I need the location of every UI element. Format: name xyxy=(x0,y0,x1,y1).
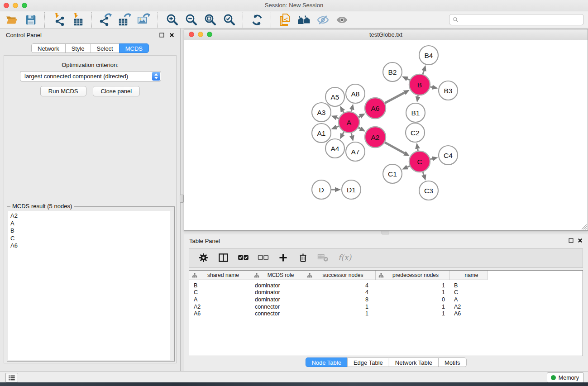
edge-A-A2[interactable] xyxy=(359,128,360,129)
column-header-name[interactable]: name xyxy=(449,271,488,280)
edge-B-B3[interactable] xyxy=(430,87,432,87)
tab-network[interactable]: Network xyxy=(31,43,66,53)
graph-node-C[interactable]: C xyxy=(409,151,430,172)
table-cell[interactable]: dominator xyxy=(251,296,304,303)
graph-node-A1[interactable]: A1 xyxy=(312,124,331,143)
edge-A-A8[interactable] xyxy=(351,110,352,111)
run-mcds-button[interactable]: Run MCDS xyxy=(40,86,86,96)
window-resize-grip[interactable] xyxy=(580,223,587,230)
table-row[interactable]: Adominator80A xyxy=(189,296,583,303)
table-cell[interactable]: connector xyxy=(251,304,304,310)
close-panel-icon[interactable] xyxy=(169,32,175,38)
graph-node-C2[interactable]: C2 xyxy=(406,123,425,142)
table-cell[interactable]: A2 xyxy=(449,304,488,310)
graph-node-C1[interactable]: C1 xyxy=(383,164,402,183)
zoom-selected-button[interactable] xyxy=(221,13,237,27)
graph-node-A3[interactable]: A3 xyxy=(312,103,331,122)
tab-network-table[interactable]: Network Table xyxy=(389,357,439,367)
column-header-shared-name[interactable]: shared name xyxy=(189,271,251,280)
table-cell[interactable]: 4 xyxy=(304,289,376,295)
select-all-columns-button[interactable] xyxy=(237,253,249,264)
float-panel-icon[interactable] xyxy=(159,32,165,38)
graph-node-A6[interactable]: A6 xyxy=(365,98,386,119)
table-float-panel-icon[interactable] xyxy=(568,238,574,243)
result-list-item[interactable]: A2 xyxy=(8,211,173,220)
memory-button[interactable]: Memory xyxy=(547,372,584,383)
result-list-item[interactable]: A xyxy=(8,220,173,228)
edge-C-C2[interactable] xyxy=(418,149,418,151)
edge-A-A5[interactable] xyxy=(343,111,344,113)
result-list-item[interactable]: B xyxy=(8,227,173,235)
mcds-result-list[interactable]: A2ABCA6 xyxy=(8,211,173,360)
table-settings-button[interactable] xyxy=(197,253,209,264)
edge-C-C4[interactable] xyxy=(430,159,432,159)
table-row[interactable]: A6connector11A6 xyxy=(189,310,583,317)
table-close-panel-icon[interactable] xyxy=(577,238,583,243)
tab-style[interactable]: Style xyxy=(65,43,91,53)
delete-columns-button[interactable] xyxy=(297,253,309,264)
show-all-button[interactable] xyxy=(334,13,350,27)
graph-node-A8[interactable]: A8 xyxy=(346,84,365,103)
table-cell[interactable]: dominator xyxy=(251,282,304,289)
graph-node-B1[interactable]: B1 xyxy=(406,103,425,122)
edge-A-A1[interactable] xyxy=(337,126,339,127)
edge-B-B2[interactable] xyxy=(407,79,410,80)
table-cell[interactable]: 1 xyxy=(304,310,376,317)
tab-motifs[interactable]: Motifs xyxy=(438,357,467,367)
table-cell[interactable]: B xyxy=(189,282,251,289)
table-cell[interactable]: dominator xyxy=(251,289,304,295)
table-row[interactable]: A2connector11A2 xyxy=(189,303,583,310)
task-history-button[interactable] xyxy=(5,373,18,382)
hide-selected-button[interactable] xyxy=(315,13,331,27)
edge-A2-C[interactable] xyxy=(385,143,405,153)
zoom-fit-button[interactable] xyxy=(202,13,218,27)
table-cell[interactable]: 0 xyxy=(376,296,449,303)
table-cell[interactable]: 4 xyxy=(304,282,376,289)
edge-C-C3[interactable] xyxy=(423,172,424,175)
graph-node-A2[interactable]: A2 xyxy=(365,127,386,148)
split-panel-button[interactable] xyxy=(217,253,229,264)
tab-node-table[interactable]: Node Table xyxy=(305,357,348,367)
table-cell[interactable]: A6 xyxy=(449,310,488,317)
zoom-in-button[interactable] xyxy=(164,13,180,27)
edge-A-A6[interactable] xyxy=(359,116,360,117)
open-session-button[interactable] xyxy=(4,13,20,27)
edge-B-B4[interactable] xyxy=(423,71,424,74)
criterion-select[interactable]: largest connected component (directed) xyxy=(20,71,161,81)
search-input[interactable] xyxy=(460,15,583,24)
table-cell[interactable]: B xyxy=(449,282,488,289)
graph-node-A7[interactable]: A7 xyxy=(346,142,365,161)
save-session-button[interactable] xyxy=(23,13,39,27)
edge-A-A7[interactable] xyxy=(351,133,352,135)
import-network-button[interactable] xyxy=(51,13,67,27)
export-table-button[interactable] xyxy=(117,13,133,27)
search-box[interactable] xyxy=(449,14,584,25)
network-window-titlebar[interactable]: testGlobe.txt xyxy=(184,29,588,40)
table-cell[interactable]: 1 xyxy=(376,282,449,289)
graph-node-D1[interactable]: D1 xyxy=(342,180,361,199)
table-row[interactable]: Bdominator41B xyxy=(189,282,583,289)
column-header-predecessor-nodes[interactable]: predecessor nodes xyxy=(376,271,449,280)
graph-node-B4[interactable]: B4 xyxy=(419,46,438,65)
table-cell[interactable]: connector xyxy=(251,310,304,317)
import-table-button[interactable] xyxy=(70,13,86,27)
network-from-selection-button[interactable] xyxy=(277,13,293,27)
graph-node-A[interactable]: A xyxy=(339,112,359,133)
column-header-MCDS-role[interactable]: MCDS role xyxy=(251,271,304,280)
table-cell[interactable]: 1 xyxy=(376,310,449,317)
graph-node-B3[interactable]: B3 xyxy=(439,81,458,100)
refresh-network-button[interactable] xyxy=(249,13,265,27)
table-cell[interactable]: 1 xyxy=(376,289,449,295)
table-cell[interactable]: 8 xyxy=(304,296,376,303)
table-cell[interactable]: A xyxy=(449,296,488,303)
close-panel-button[interactable]: Close panel xyxy=(93,86,140,96)
edge-A6-B[interactable] xyxy=(385,93,404,103)
graph-node-B[interactable]: B xyxy=(409,74,430,95)
table-cell[interactable]: A xyxy=(189,296,251,303)
result-list-scrollbar[interactable] xyxy=(170,211,173,360)
graph-node-C3[interactable]: C3 xyxy=(419,181,438,200)
graph-node-A5[interactable]: A5 xyxy=(325,87,344,106)
export-image-button[interactable] xyxy=(136,13,152,27)
network-canvas[interactable]: B4B2BB3A5A8A6A3AB1A1C2A4A7A2CC4C1C3DD1 xyxy=(184,40,588,230)
table-cell[interactable]: C xyxy=(189,289,251,295)
